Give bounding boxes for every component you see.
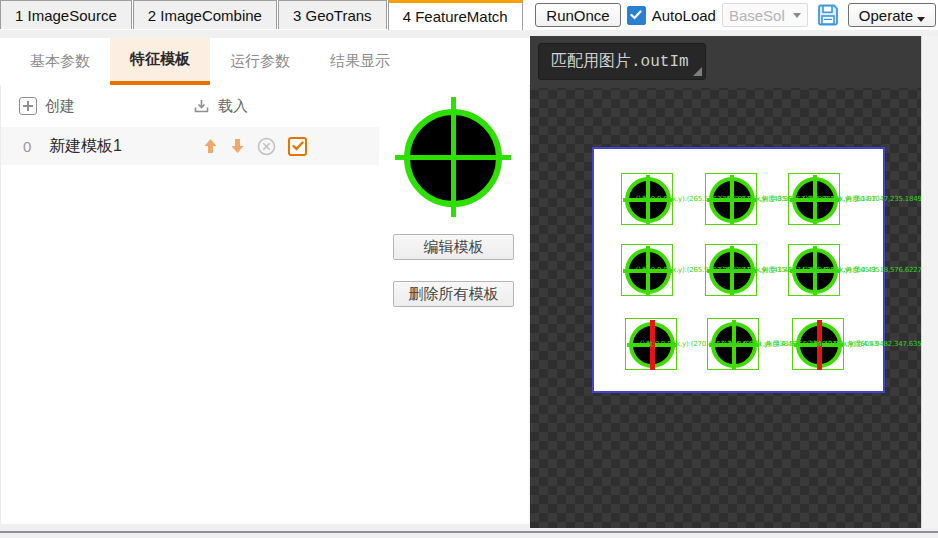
download-icon [193, 98, 210, 115]
match-canvas: 分数:0.9 P:(x,y):(265.5362,196.9611) ,角度:0… [592, 147, 885, 393]
window-bottom-edge [0, 531, 938, 533]
chevron-down-icon [793, 13, 801, 18]
tab-run-params[interactable]: 运行参数 [210, 38, 310, 85]
top-tab-feature-match[interactable]: 4 FeatureMatch [388, 0, 523, 30]
run-once-button[interactable]: RunOnce [535, 3, 620, 27]
template-enabled-checkbox[interactable] [288, 137, 307, 156]
check-icon [292, 141, 304, 151]
template-index: 0 [23, 138, 49, 155]
template-cross-horizontal [395, 155, 511, 160]
operate-button[interactable]: Operate [848, 3, 936, 27]
tab-feature-template[interactable]: 特征模板 [110, 38, 210, 85]
solution-select-value: BaseSol [729, 7, 785, 24]
auto-load-checkbox[interactable] [627, 6, 646, 25]
top-tab-image-source[interactable]: 1 ImageSource [0, 0, 132, 29]
move-down-icon[interactable] [230, 138, 245, 154]
tab-basic-params[interactable]: 基本参数 [10, 38, 110, 85]
image-viewer[interactable]: 匹配用图片.outIm 分数:0.9 P:(x,y):(265.5362,196… [530, 36, 921, 528]
operate-label: Operate [859, 7, 913, 24]
floppy-save-icon [816, 3, 840, 27]
window-right-edge [921, 36, 938, 528]
top-tab-bar: 1 ImageSource 2 ImageCombine 3 GeoTrans … [0, 0, 938, 30]
toolbar: RunOnce AutoLoad BaseSol Operate [535, 2, 936, 28]
save-button[interactable] [814, 2, 842, 28]
template-name: 新建模板1 [49, 136, 179, 157]
template-row[interactable]: 0 新建模板1 [1, 127, 379, 165]
template-preview-image [393, 95, 513, 223]
create-label: 创建 [45, 97, 75, 116]
match-annotation: 分数:0.9 P:(x,y):(604.1047,235.1849) ,角度:0… [802, 195, 921, 203]
viewer-top-bar: 匹配用图片.outIm [530, 36, 921, 88]
template-preview-panel: 编辑模板 删除所有模板 [379, 85, 529, 524]
edit-template-button[interactable]: 编辑模板 [393, 234, 514, 260]
chevron-down-icon [917, 17, 925, 22]
param-tab-bar: 基本参数 特征模板 运行参数 结果显示 [0, 38, 530, 86]
match-annotation: 分数:0.9 P:(x,y):(605.9518,576.6227) ,角度:0… [802, 266, 921, 274]
load-template-button[interactable]: 载入 [193, 97, 248, 116]
image-source-dropdown-value: 匹配用图片.outIm [551, 51, 689, 72]
top-tab-image-combine[interactable]: 2 ImageCombine [133, 0, 277, 29]
image-source-dropdown[interactable]: 匹配用图片.outIm [538, 43, 706, 80]
template-list-panel: 创建 载入 0 新建模板1 [0, 85, 380, 524]
tab-result-display[interactable]: 结果显示 [310, 38, 410, 85]
delete-all-templates-button[interactable]: 删除所有模板 [393, 281, 514, 307]
solution-select[interactable]: BaseSol [722, 3, 808, 27]
move-up-icon[interactable] [203, 138, 218, 154]
create-template-button[interactable]: 创建 [19, 97, 75, 116]
auto-load-label: AutoLoad [652, 7, 716, 24]
plus-icon [19, 97, 37, 115]
match-annotation: 分数:0.9 P:(x,y):(605.9482,347.6358) ,角度:0… [806, 340, 921, 348]
check-icon [630, 10, 642, 20]
delete-template-icon[interactable] [257, 137, 276, 156]
tab-separator-strip [0, 30, 530, 38]
load-label: 载入 [218, 97, 248, 116]
top-tab-geo-trans[interactable]: 3 GeoTrans [278, 0, 387, 29]
dropdown-corner-icon [693, 67, 702, 76]
